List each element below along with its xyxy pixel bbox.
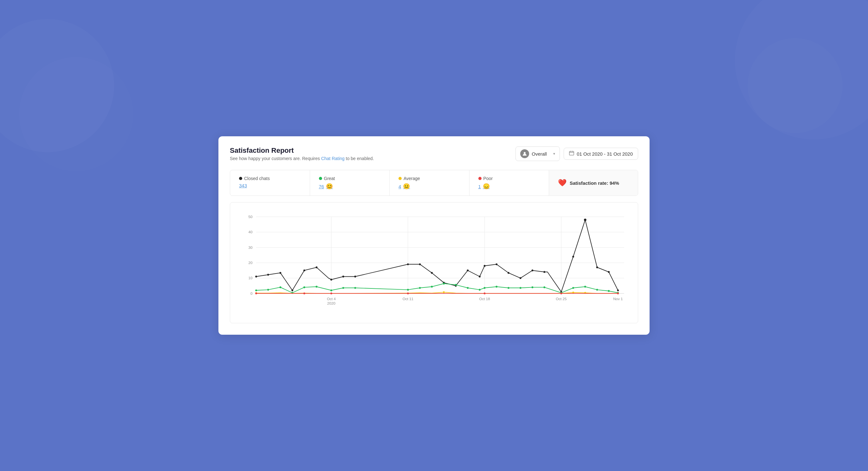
closed-dot: [431, 272, 433, 274]
average-value[interactable]: 4 😐: [399, 183, 460, 190]
closed-chats-label: Closed chats: [244, 176, 270, 181]
svg-rect-1: [569, 152, 574, 155]
page-subtitle: See how happy your customers are. Requir…: [230, 156, 374, 161]
closed-dot: [419, 263, 421, 265]
great-value[interactable]: 76 😊: [319, 183, 381, 190]
poor-dot: [407, 292, 409, 294]
closed-dot: [342, 276, 344, 278]
svg-text:Oct 11: Oct 11: [403, 297, 413, 301]
great-dot: [584, 286, 586, 288]
closed-chats-line: [256, 220, 618, 292]
great-dot: [316, 286, 318, 288]
poor-stat: Poor 1 😞: [469, 170, 549, 195]
closed-dot: [532, 270, 533, 271]
great-dot: [479, 289, 480, 291]
closed-dot: [267, 274, 269, 276]
great-dot: [596, 289, 598, 291]
great-dot: [255, 289, 257, 291]
average-dot: [399, 177, 402, 180]
svg-text:10: 10: [249, 276, 253, 280]
poor-dot: [478, 177, 482, 180]
closed-dot: [520, 277, 522, 279]
svg-text:20: 20: [249, 260, 253, 265]
great-dot: [303, 286, 305, 288]
header-left: Satisfaction Report See how happy your c…: [230, 147, 374, 161]
great-dot: [467, 287, 469, 289]
date-range-button[interactable]: 01 Oct 2020 - 31 Oct 2020: [564, 148, 638, 160]
poor-value[interactable]: 1 😞: [478, 183, 540, 190]
page-header: Satisfaction Report See how happy your c…: [230, 147, 638, 161]
svg-text:Nov 1: Nov 1: [613, 297, 623, 301]
closed-dot: [617, 289, 619, 291]
great-dot: [532, 286, 533, 288]
closed-dot: [479, 276, 480, 278]
chat-rating-link[interactable]: Chat Rating: [321, 156, 345, 161]
header-controls: Overall ▾ 01 Oct 2020 - 31 Oct 2020: [516, 147, 638, 161]
svg-text:50: 50: [249, 215, 253, 219]
closed-dot: [572, 256, 574, 258]
great-dot: [572, 287, 574, 289]
closed-dot: [507, 272, 509, 274]
great-dot: [520, 287, 522, 289]
dropdown-label: Overall: [532, 151, 547, 157]
closed-chats-stat: Closed chats 343: [230, 170, 310, 195]
great-dot: [419, 287, 421, 289]
calendar-icon: [569, 151, 574, 157]
svg-text:2020: 2020: [327, 301, 335, 305]
closed-dot: [484, 265, 486, 267]
great-dot: [608, 290, 610, 292]
closed-dot: [608, 271, 610, 273]
closed-dot: [303, 270, 305, 271]
line-chart: 0 10 20 30 40 50 Oct 4 2020 Oct 11 Oct 1…: [238, 209, 630, 317]
closed-dot: [407, 263, 409, 265]
satisfaction-stat: ❤️ Satisfaction rate: 94%: [549, 170, 638, 195]
poor-emoji: 😞: [483, 183, 490, 190]
poor-dot: [303, 292, 305, 294]
average-dot: [443, 291, 445, 293]
closed-dot: [584, 219, 587, 221]
svg-text:0: 0: [250, 291, 252, 295]
closed-dot: [544, 271, 545, 273]
great-emoji: 😊: [326, 183, 333, 190]
great-stat: Great 76 😊: [310, 170, 390, 195]
great-dot: [431, 286, 433, 288]
closed-dot: [316, 266, 318, 269]
svg-text:Oct 4: Oct 4: [327, 297, 336, 301]
closed-dot: [496, 263, 497, 265]
closed-chats-dot: [239, 177, 242, 180]
great-dot: [330, 289, 332, 291]
great-label: Great: [324, 176, 335, 181]
svg-text:40: 40: [249, 230, 253, 234]
poor-label: Poor: [484, 176, 493, 181]
closed-dot: [255, 276, 257, 278]
great-dot: [280, 286, 281, 288]
great-dot: [354, 287, 356, 289]
great-dot: [319, 177, 322, 180]
closed-dot: [596, 266, 598, 269]
great-dot: [507, 287, 509, 289]
stats-row: Closed chats 343 Great 76 😊 Average 4: [230, 170, 638, 196]
average-emoji: 😐: [403, 183, 410, 190]
closed-dot: [354, 276, 356, 278]
svg-text:30: 30: [249, 245, 253, 249]
great-dot: [267, 289, 269, 291]
closed-dot: [291, 289, 293, 291]
svg-text:Oct 25: Oct 25: [556, 297, 566, 301]
great-dot: [443, 283, 445, 285]
great-dot: [342, 287, 344, 289]
poor-dot: [617, 292, 619, 294]
average-label: Average: [404, 176, 420, 181]
closed-dot: [280, 272, 281, 274]
poor-dot: [560, 292, 562, 294]
closed-chats-value[interactable]: 343: [239, 183, 301, 188]
average-stat: Average 4 😐: [390, 170, 469, 195]
svg-point-0: [524, 152, 526, 154]
closed-dot: [330, 279, 332, 281]
date-range-label: 01 Oct 2020 - 31 Oct 2020: [577, 151, 633, 157]
satisfaction-text: Satisfaction rate: 94%: [570, 180, 619, 186]
page-title: Satisfaction Report: [230, 147, 374, 155]
svg-text:Oct 18: Oct 18: [479, 297, 490, 301]
overall-dropdown[interactable]: Overall ▾: [516, 147, 560, 161]
poor-dot: [330, 292, 332, 294]
avatar-icon: [520, 149, 529, 158]
